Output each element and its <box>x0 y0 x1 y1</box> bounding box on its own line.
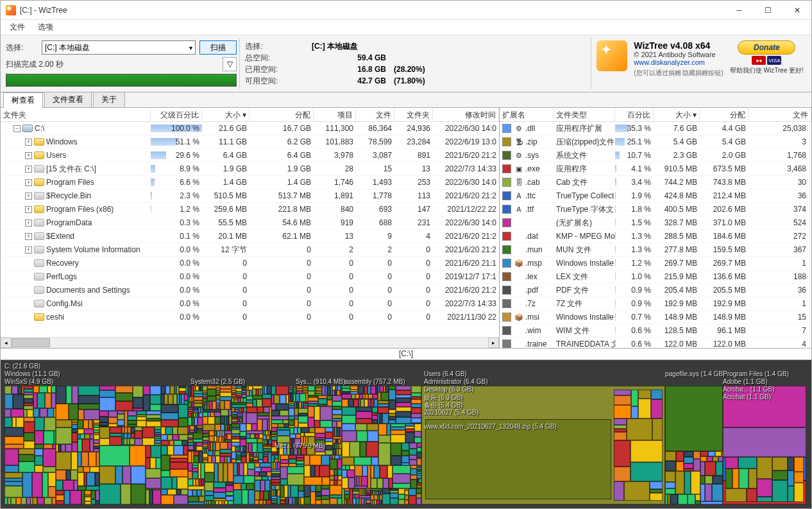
brand-url[interactable]: www.diskanalyzer.com <box>634 58 723 66</box>
expander[interactable]: + <box>25 166 32 173</box>
scroll-thumb[interactable] <box>12 338 50 347</box>
expander[interactable]: + <box>25 152 32 159</box>
expander[interactable]: + <box>25 233 32 240</box>
minimize-button[interactable]: ─ <box>725 1 754 20</box>
table-row[interactable]: A.ttfTrueType 字体文1.8 %400.5 MB202.6 MB37… <box>500 203 811 216</box>
table-row[interactable]: +Users29.6 %6.4 GB6.4 GB3,9783,087891202… <box>1 149 499 162</box>
pct-value: 1.8 % <box>631 205 651 214</box>
table-row[interactable]: .wimWIM 文件0.6 %128.5 MB96.1 MB7 <box>500 324 811 338</box>
table-row[interactable]: Documents and Settings0.0 %000002021/6/2… <box>1 284 499 297</box>
tree-hscroll[interactable]: ◂ ▸ <box>1 337 499 348</box>
scroll-right-icon[interactable]: ▸ <box>488 338 499 348</box>
table-row[interactable]: Config.Msi0.0 %000002022/7/3 14:33 <box>1 297 499 311</box>
table-row[interactable]: +Windows51.1 %11.1 GB6.2 GB101,88378,599… <box>1 135 499 149</box>
expander[interactable]: + <box>25 179 32 186</box>
table-row[interactable]: +$Extend0.1 %20.1 MB62.1 MB13942021/6/20… <box>1 230 499 243</box>
tab-tree-view[interactable]: 树查看 <box>3 92 43 108</box>
drive-select[interactable]: [C:] 本地磁盘 ▾ <box>42 40 196 55</box>
table-row[interactable]: +Program Files6.6 %1.4 GB1.4 GB1,7461,49… <box>1 176 499 189</box>
folder-name: Windows <box>46 137 78 146</box>
scan-button[interactable]: 扫描 <box>199 40 237 55</box>
pct-value: 1.2 % <box>631 259 651 268</box>
table-row[interactable]: .lexLEX 文件1.0 %215.9 MB136.6 MB188 <box>500 270 811 284</box>
table-row[interactable]: 🗜.zip压缩(zipped)文件25.1 %5.4 GB5.4 GB3 <box>500 135 811 149</box>
ext-table-header: 扩展名 文件类型 百分比 大小 ▾ 分配 文件 <box>500 108 811 122</box>
table-row[interactable]: PerfLogs0.0 %000002019/12/7 17:1 <box>1 270 499 284</box>
th-ext[interactable]: 扩展名 <box>500 108 554 121</box>
table-row[interactable]: Recovery0.0 %000002021/6/20 21:1 <box>1 257 499 270</box>
table-row[interactable]: .7z7Z 文件0.9 %192.9 MB192.9 MB1 <box>500 297 811 311</box>
size-value: 0 <box>202 299 250 308</box>
table-row[interactable]: .pdfPDF 文件0.9 %205.4 MB205.5 MB36 <box>500 284 811 297</box>
modified-value: 2022/6/19 13:0 <box>433 137 499 146</box>
ext-color-swatch <box>502 124 511 133</box>
size-value: 277.8 MB <box>654 245 700 254</box>
table-row[interactable]: +System Volume Information0.0 %12 字节0220… <box>1 243 499 257</box>
th-parent-pct[interactable]: 父级百分比 <box>151 108 202 121</box>
filetype-icon: ⚙ <box>514 123 524 134</box>
th-ext-size[interactable]: 大小 ▾ <box>654 108 700 121</box>
table-row[interactable]: .munMUN 文件1.3 %277.8 MB159.5 MB367 <box>500 243 811 257</box>
menu-file[interactable]: 文件 <box>3 21 31 34</box>
expander[interactable]: + <box>25 246 32 254</box>
th-type[interactable]: 文件类型 <box>554 108 615 121</box>
table-row[interactable]: ⚙.sys系统文件10.7 %2.3 GB2.0 GB1,768 <box>500 149 811 162</box>
tab-file-view[interactable]: 文件查看 <box>44 92 92 107</box>
th-items[interactable]: 项目 <box>314 108 356 121</box>
expander[interactable]: + <box>25 206 32 213</box>
size-value: 0 <box>202 313 250 322</box>
table-row[interactable]: −C:\100.0 %21.6 GB16.7 GB111,30086,36424… <box>1 122 499 135</box>
table-row[interactable]: +[15 文件在 C:\]8.9 %1.9 GB1.9 GB2815132022… <box>1 162 499 176</box>
th-files[interactable]: 文件 <box>356 108 394 121</box>
expander[interactable]: − <box>13 125 21 132</box>
extension-table: 扩展名 文件类型 百分比 大小 ▾ 分配 文件 ⚙.dll应用程序扩展35.3 … <box>500 108 811 348</box>
table-row[interactable]: .datKMP - MPEG Mo1.3 %288.5 MB184.6 MB27… <box>500 230 811 243</box>
table-row[interactable]: 🗄.cabCab 文件3.4 %744.2 MB743.8 MB30 <box>500 176 811 189</box>
scroll-left-icon[interactable]: ◂ <box>1 338 12 348</box>
table-row[interactable]: ceshi0.0 %000002021/11/30 22 <box>1 311 499 324</box>
alloc-value: 0 <box>250 313 314 322</box>
table-row[interactable]: A.ttcTrueType Collect1.9 %424.8 MB212.4 … <box>500 189 811 203</box>
table-row[interactable]: +$Recycle.Bin2.3 %510.5 MB513.7 MB1,8911… <box>1 189 499 203</box>
th-folders[interactable]: 文件夹 <box>394 108 433 121</box>
table-row[interactable]: ⚙.dll应用程序扩展35.3 %7.6 GB4.4 GB25,038 <box>500 122 811 135</box>
table-row[interactable]: +Program Files (x86)1.2 %259.6 MB221.8 M… <box>1 203 499 216</box>
expander[interactable]: + <box>25 220 32 227</box>
alloc-value: 371.0 MB <box>700 218 749 227</box>
files-value: 1 <box>749 299 811 308</box>
treemap[interactable]: C: (21.6 GB) Windows (11.1 GB) WinSxS (4… <box>1 360 811 508</box>
table-row[interactable]: 📦.msiWindows Installe0.7 %148.9 MB148.9 … <box>500 311 811 324</box>
table-row[interactable]: 📦.mspWindows Installe1.2 %269.7 MB269.7 … <box>500 257 811 270</box>
ext-name: .7z <box>525 299 536 308</box>
menu-options[interactable]: 选项 <box>31 21 60 34</box>
th-pct[interactable]: 百分比 <box>615 108 654 121</box>
alloc-value: 0 <box>250 245 314 254</box>
th-size[interactable]: 大小 ▾ <box>202 108 250 121</box>
type-value: PDF 文件 <box>554 285 615 296</box>
info-free-label: 可用空间: <box>245 76 283 87</box>
th-modified[interactable]: 修改时间 <box>433 108 499 121</box>
size-value: 122.0 MB <box>654 340 700 348</box>
th-folder[interactable]: 文件夹 <box>1 108 151 121</box>
folders-value: 24,936 <box>394 124 433 133</box>
scan-status: 扫描完成 2.00 秒 <box>6 59 219 70</box>
table-row[interactable]: +ProgramData0.3 %55.5 MB54.6 MB919688231… <box>1 216 499 230</box>
table-row[interactable]: .traineTRAINEDDATA 文0.6 %122.0 MB122.0 M… <box>500 338 811 348</box>
size-value: 7.6 GB <box>654 124 700 133</box>
th-ext-alloc[interactable]: 分配 <box>700 108 749 121</box>
expander[interactable]: + <box>25 139 32 146</box>
table-row[interactable]: ▣.exe应用程序4.1 %910.5 MB673.5 MB3,468 <box>500 162 811 176</box>
filter-button[interactable]: ▽ <box>223 57 237 71</box>
table-row[interactable]: (无扩展名)1.5 %328.7 MB371.0 MB524 <box>500 216 811 230</box>
size-value: 55.5 MB <box>202 218 250 227</box>
expander[interactable]: + <box>25 193 32 200</box>
tab-about[interactable]: 关于 <box>93 92 125 107</box>
th-ext-files[interactable]: 文件 <box>749 108 811 121</box>
type-value: TrueType Collect <box>554 191 615 200</box>
items-value: 13 <box>314 232 356 241</box>
items-value: 111,300 <box>314 124 356 133</box>
th-alloc[interactable]: 分配 <box>250 108 314 121</box>
donate-button[interactable]: Donate <box>738 40 795 55</box>
close-button[interactable]: ✕ <box>782 1 811 20</box>
maximize-button[interactable]: ☐ <box>754 1 782 20</box>
